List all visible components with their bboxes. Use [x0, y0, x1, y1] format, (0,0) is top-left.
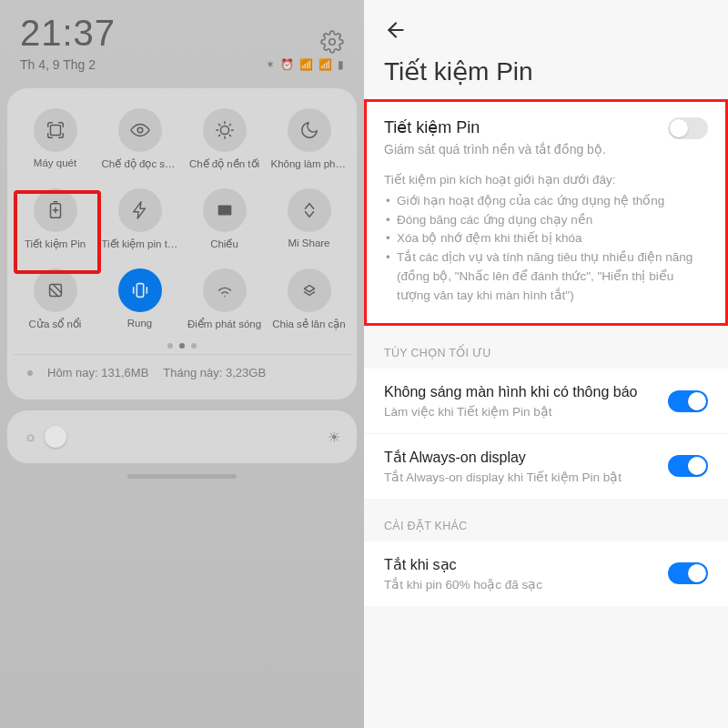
main-sub: Giám sát quá trình nền và tắt đồng bộ.: [384, 141, 606, 159]
home-indicator[interactable]: [127, 474, 237, 479]
page-dot: [191, 343, 197, 349]
option-title: Tắt Always-on display: [384, 449, 655, 468]
qs-tile-label: Tiết kiệm pin tối đa: [102, 238, 178, 250]
qs-tile-label: Chế độ nền tối: [189, 157, 259, 170]
nearby-icon: [288, 268, 331, 312]
battery-saver-toggle[interactable]: [668, 117, 708, 139]
data-month-label: Tháng này:: [163, 366, 222, 379]
battery-saver-main-card: Tiết kiệm Pin Giám sát quá trình nền và …: [364, 99, 728, 326]
qs-tile-vibrate[interactable]: Rung: [97, 265, 182, 334]
data-today-label: Hôm nay:: [47, 366, 98, 379]
back-arrow-icon[interactable]: [384, 18, 708, 42]
info-bullet: Xóa bộ nhớ đệm khi thiết bị khóa: [384, 229, 708, 248]
data-usage-row[interactable]: Hôm nay: 131,6MB Tháng này: 3,23GB: [13, 354, 351, 390]
battery-status-icon: ▮: [338, 58, 344, 71]
qs-tile-float[interactable]: Cửa sổ nổi: [13, 265, 97, 334]
data-today-value: 131,6MB: [101, 366, 148, 379]
dnd-status-icon: ✶: [266, 58, 275, 71]
info-bullet: Giới hạn hoạt động của các ứng dụng hệ t…: [384, 192, 708, 211]
option-title: Tắt khi sạc: [384, 556, 655, 575]
status-bar: 21:37: [0, 0, 364, 57]
option-toggle[interactable]: [668, 390, 708, 412]
status-icons: ✶ ⏰ 📶 📶 ▮: [266, 58, 344, 71]
quick-settings-panel: 21:37 Th 4, 9 Thg 2 ✶ ⏰ 📶 📶 ▮ Máy quétCh…: [0, 0, 364, 728]
wifi-icon: [203, 268, 247, 312]
qs-tile-label: Cửa sổ nổi: [29, 318, 82, 330]
eye-icon: [118, 108, 162, 152]
page-dot-active: [179, 343, 185, 349]
option-sub: Làm việc khi Tiết kiệm Pin bật: [384, 404, 655, 419]
opt2-row[interactable]: Tắt khi sạcTắt khi pin 60% hoặc đã sạc: [364, 541, 728, 606]
page-title: Tiết kiệm Pin: [384, 56, 708, 86]
opt1-row[interactable]: Tắt Always-on displayTắt Always-on displ…: [364, 433, 728, 499]
info-line: Tiết kiệm pin kích hoạt giới hạn dưới đâ…: [384, 172, 708, 187]
date-row: Th 4, 9 Thg 2 ✶ ⏰ 📶 📶 ▮: [0, 57, 364, 81]
qs-tile-dark[interactable]: Chế độ nền tối: [182, 105, 267, 174]
cast-icon: [203, 188, 247, 232]
brightness-low-icon: ☼: [24, 429, 37, 445]
info-bullet: Tắt các dịch vụ và tính năng tiêu thụ nh…: [384, 248, 708, 306]
scan-icon: [34, 108, 77, 152]
gear-icon[interactable]: [320, 30, 344, 54]
qs-tile-wifi[interactable]: Điểm phát sóng: [182, 265, 267, 334]
battery-saver-settings: Tiết kiệm Pin Tiết kiệm Pin Giám sát quá…: [364, 0, 728, 728]
qs-tile-nearby[interactable]: Chia sẻ lân cận: [267, 265, 351, 334]
group-label-other: CÀI ĐẶT KHÁC: [364, 499, 728, 541]
clock: 21:37: [20, 13, 116, 54]
option-toggle[interactable]: [668, 562, 708, 584]
info-bullet: Đóng băng các ứng dụng chạy nền: [384, 211, 708, 230]
svg-rect-7: [136, 284, 143, 298]
float-icon: [34, 268, 77, 312]
signal-status-icon: 📶: [299, 58, 313, 71]
svg-rect-1: [50, 126, 60, 136]
vibrate-icon: [118, 268, 162, 312]
main-title: Tiết kiệm Pin: [384, 117, 606, 137]
option-toggle[interactable]: [668, 455, 708, 477]
qs-tile-cast[interactable]: Chiếu: [182, 185, 267, 254]
quick-settings-card: Máy quétChế độ đọc sáchChế độ nền tốiKhô…: [7, 88, 357, 399]
brightness-slider[interactable]: ☼ ☀: [7, 410, 357, 463]
highlight-battery-tile: [14, 190, 101, 274]
option-sub: Tắt Always-on display khi Tiết kiệm Pin …: [384, 470, 655, 484]
settings-header: Tiết kiệm Pin: [364, 0, 728, 94]
svg-rect-5: [217, 206, 231, 216]
opt1-row[interactable]: Không sáng màn hình khi có thông báoLàm …: [364, 369, 728, 433]
qs-tile-share[interactable]: Mi Share: [267, 185, 351, 254]
share-icon: [288, 188, 331, 232]
qs-tile-label: Chế độ đọc sách: [102, 157, 178, 170]
qs-tile-label: Mi Share: [288, 238, 329, 248]
qs-tile-label: Không làm phiền: [271, 157, 348, 170]
alarm-status-icon: ⏰: [280, 58, 294, 71]
qs-tile-label: Điểm phát sóng: [187, 318, 261, 330]
moon-icon: [288, 108, 331, 152]
svg-point-2: [137, 127, 143, 133]
svg-point-0: [329, 39, 336, 46]
slider-handle[interactable]: [45, 426, 66, 448]
qs-tile-label: Chia sẻ lân cận: [272, 318, 345, 330]
page-dot: [167, 343, 173, 349]
option-title: Không sáng màn hình khi có thông báo: [384, 383, 655, 402]
qs-tile-label: Máy quét: [34, 157, 76, 168]
qs-tile-eye[interactable]: Chế độ đọc sách: [97, 105, 182, 174]
qs-tile-label: Chiếu: [210, 238, 238, 250]
circle-icon: [27, 370, 33, 376]
page-indicator: [13, 343, 351, 349]
svg-point-3: [220, 126, 228, 134]
qs-tile-scan[interactable]: Máy quét: [13, 105, 97, 174]
option-sub: Tắt khi pin 60% hoặc đã sạc: [384, 577, 655, 592]
brightness-high-icon: ☀: [328, 429, 340, 446]
date-label: Th 4, 9 Thg 2: [20, 57, 96, 72]
wifi-status-icon: 📶: [318, 58, 332, 71]
dark-icon: [203, 108, 247, 152]
qs-tile-bolt[interactable]: Tiết kiệm pin tối đa: [97, 185, 182, 254]
qs-tile-label: Rung: [127, 318, 153, 329]
group-label-optimize: TÙY CHỌN TỐI ƯU: [364, 326, 728, 369]
bolt-icon: [118, 188, 162, 232]
qs-tile-moon[interactable]: Không làm phiền: [267, 105, 351, 174]
data-month-value: 3,23GB: [226, 366, 266, 379]
